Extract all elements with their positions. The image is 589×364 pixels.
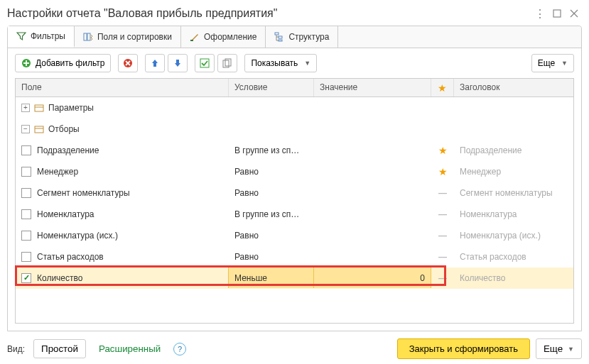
show-label: Показывать [251, 58, 298, 68]
copy-icon [222, 58, 232, 68]
kebab-icon[interactable]: ⋮ [532, 6, 548, 21]
row-checkbox[interactable] [21, 252, 31, 262]
row-value: 0 [420, 273, 425, 283]
tab-filters[interactable]: Фильтры [8, 26, 75, 48]
col-field[interactable]: Поле [16, 79, 229, 96]
columns-icon [83, 32, 93, 42]
row-field-label: Количество [37, 273, 82, 283]
filter-row[interactable]: Статья расходовРавно—Статья расходов [16, 246, 573, 268]
svg-rect-20 [35, 126, 43, 133]
filter-row[interactable]: Номенклатура (исх.)Равно—Номенклатура (и… [16, 225, 573, 246]
row-field-label: Номенклатура [37, 209, 94, 219]
svg-rect-3 [84, 33, 87, 40]
view-advanced-button[interactable]: Расширенный [92, 340, 168, 358]
filter-row[interactable]: НоменклатураВ группе из сп…—Номенклатура [16, 204, 573, 225]
col-condition[interactable]: Условие [229, 79, 314, 96]
row-checkbox[interactable] [21, 188, 31, 198]
funnel-icon [16, 31, 26, 41]
row-title: Статья расходов [460, 252, 526, 262]
row-condition: Равно [234, 167, 259, 177]
svg-rect-4 [87, 33, 90, 40]
maximize-icon[interactable] [549, 6, 565, 21]
dash-icon: — [438, 188, 447, 198]
collapse-icon[interactable]: − [21, 125, 30, 133]
filter-row[interactable]: КоличествоМеньше0—Количество [16, 268, 573, 289]
row-checkbox[interactable] [21, 167, 31, 177]
row-field-label: Статья расходов [37, 252, 104, 262]
tree-filters-row[interactable]: − Отборы [16, 118, 573, 140]
caret-down-icon: ▼ [304, 60, 310, 67]
tree-params-row[interactable]: + Параметры [16, 97, 573, 118]
filters-folder-icon [34, 124, 44, 134]
row-checkbox[interactable] [21, 209, 31, 219]
row-title: Менеджер [460, 167, 501, 177]
close-icon[interactable] [566, 6, 582, 21]
row-condition: В группе из сп… [234, 209, 299, 219]
show-dropdown[interactable]: Показывать ▼ [244, 54, 317, 72]
close-and-generate-button[interactable]: Закрыть и сформировать [397, 338, 530, 359]
row-title: Сегмент номенклатуры [460, 188, 553, 198]
params-folder-icon [34, 103, 44, 113]
help-icon[interactable]: ? [173, 343, 186, 355]
row-checkbox[interactable] [21, 273, 31, 283]
footer-more-button[interactable]: Еще ▼ [536, 338, 582, 359]
star-icon: ★ [438, 166, 448, 177]
add-filter-button[interactable]: Добавить фильтр [15, 54, 111, 72]
move-up-button[interactable] [145, 54, 165, 72]
toolbar-more-label: Еще [538, 58, 555, 68]
tree-icon [274, 32, 284, 42]
tab-design-label: Оформление [204, 32, 256, 42]
svg-rect-7 [279, 36, 282, 38]
tab-design[interactable]: Оформление [181, 26, 266, 48]
row-field-label: Подразделение [37, 145, 99, 155]
svg-rect-6 [275, 33, 279, 35]
expand-icon[interactable]: + [21, 104, 30, 112]
move-down-button[interactable] [168, 54, 188, 72]
row-field-label: Сегмент номенклатуры [37, 188, 130, 198]
col-star[interactable]: ★ [431, 79, 454, 96]
filter-row[interactable]: ПодразделениеВ группе из сп…★Подразделен… [16, 140, 573, 161]
caret-down-icon: ▼ [561, 60, 568, 67]
row-checkbox[interactable] [21, 145, 31, 155]
caret-down-icon: ▼ [568, 346, 574, 353]
tree-filters-label: Отборы [48, 124, 80, 134]
filter-row[interactable]: МенеджерРавно★Менеджер [16, 161, 573, 182]
tab-structure-label: Структура [288, 32, 329, 42]
check-all-icon [200, 58, 210, 68]
arrow-up-icon [150, 58, 160, 68]
footer-more-label: Еще [544, 343, 563, 354]
tab-structure[interactable]: Структура [266, 26, 338, 48]
svg-rect-8 [279, 40, 282, 41]
row-field-label: Номенклатура (исх.) [37, 231, 118, 241]
check-all-button[interactable] [195, 54, 215, 72]
tab-fields-label: Поля и сортировки [97, 32, 172, 42]
view-simple-button[interactable]: Простой [33, 339, 86, 358]
row-condition: В группе из сп… [234, 145, 299, 155]
row-title: Подразделение [460, 145, 522, 155]
row-condition: Меньше [234, 273, 267, 283]
row-title: Номенклатура [460, 209, 517, 219]
copy-button[interactable] [217, 54, 237, 72]
svg-rect-18 [35, 105, 43, 111]
star-icon: ★ [438, 82, 447, 94]
tree-params-label: Параметры [48, 103, 94, 113]
dash-icon: — [438, 231, 447, 241]
row-checkbox[interactable] [21, 231, 31, 241]
row-title: Номенклатура (исх.) [460, 231, 541, 241]
filter-row[interactable]: Сегмент номенклатурыРавно—Сегмент номенк… [16, 182, 573, 204]
remove-button[interactable] [118, 54, 138, 72]
toolbar-more-button[interactable]: Еще ▼ [531, 54, 574, 72]
tab-fields[interactable]: Поля и сортировки [75, 26, 181, 48]
add-filter-label: Добавить фильтр [36, 58, 104, 68]
tab-filters-label: Фильтры [31, 31, 65, 41]
dash-icon: — [438, 252, 447, 262]
col-value[interactable]: Значение [314, 79, 431, 96]
row-field-label: Менеджер [37, 167, 78, 177]
svg-rect-15 [200, 59, 209, 67]
row-condition: Равно [234, 231, 259, 241]
dash-icon: — [438, 273, 447, 283]
plus-icon [21, 58, 31, 68]
arrow-down-icon [173, 58, 183, 68]
svg-rect-5 [190, 40, 193, 41]
col-title[interactable]: Заголовок [454, 79, 573, 96]
